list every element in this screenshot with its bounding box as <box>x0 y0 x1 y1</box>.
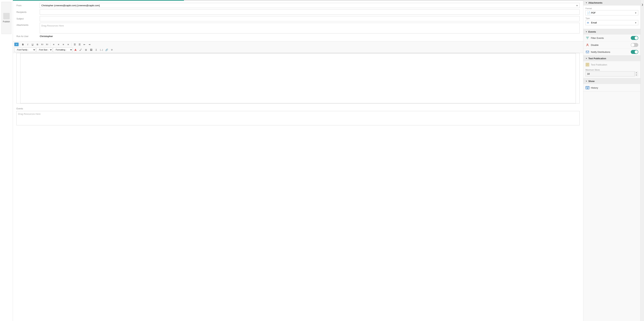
underline-button[interactable]: U <box>30 42 35 47</box>
from-row: From Christopher (creeves@zapbi.com) [cr… <box>16 3 580 8</box>
formatting-select[interactable]: - Formatting - <box>53 48 73 52</box>
collapse-handle-button[interactable]: ❯ <box>641 3 644 7</box>
email-icon: ✉ <box>587 21 589 24</box>
attachments-drop-area[interactable]: Drag Resources Here <box>40 23 580 34</box>
insert-table-button[interactable]: ⊞ <box>84 48 88 52</box>
align-left-button[interactable]: ≡ <box>51 42 56 47</box>
code-button[interactable]: {...} <box>99 48 104 52</box>
indent-decrease-button[interactable]: ⇤ <box>82 42 87 47</box>
disable-label: Disable <box>591 44 598 46</box>
publish-sidebar: Publish <box>0 0 13 321</box>
recipients-label: Recipients <box>16 11 40 14</box>
run-as-row: Run As User Christopher <box>16 35 580 38</box>
toolbar-format-group: ⊞ <box>14 43 18 46</box>
attachments-collapse-icon: ▼ <box>586 2 587 4</box>
publish-icon <box>3 13 10 19</box>
format-label: Format <box>586 7 638 10</box>
disable-toggle[interactable] <box>631 43 638 47</box>
events-section: Events Drag Resources Here <box>13 105 583 127</box>
notify-distributions-icon <box>586 50 590 54</box>
notify-distributions-row: Notify Distributions <box>583 49 640 56</box>
toolbar-text-format-group: B I U S X2 X2 <box>20 42 50 47</box>
publish-button[interactable]: Publish <box>2 2 12 34</box>
filter-events-left: Filter Events <box>586 36 604 40</box>
pdf-icon: 📄 <box>587 11 590 15</box>
ordered-list-button[interactable]: ☰ <box>77 42 82 47</box>
max-slices-up-button[interactable]: ▲ <box>634 71 638 74</box>
type-select[interactable]: Email <box>586 20 638 25</box>
recipients-input[interactable] <box>40 10 580 15</box>
right-panel: ▼ Attachments Format 📄 PDF ▼ Type ✉ Emai… <box>583 0 640 321</box>
format-select[interactable]: PDF <box>586 10 638 16</box>
subject-label: Subject <box>16 18 40 20</box>
events-label: Events <box>16 107 580 110</box>
toolbar-separator-1 <box>20 43 20 46</box>
attachments-section-header[interactable]: ▼ Attachments <box>583 0 640 6</box>
attachments-section-title: Attachments <box>588 2 602 4</box>
italic-button[interactable]: I <box>26 42 30 47</box>
font-family-select[interactable]: - Font Family - <box>14 48 36 52</box>
events-section-title: Events <box>588 31 596 33</box>
history-label: History <box>591 87 598 89</box>
subscript-button[interactable]: X2 <box>40 42 44 47</box>
from-label: From <box>16 4 40 7</box>
editor-toolbar: ⊞ B I U S X2 X2 ≡ ≡ ≡ ≡ ☰ ☰ ⇤ ⇥ - Font F <box>13 41 583 53</box>
unordered-list-button[interactable]: ☰ <box>72 42 77 47</box>
toolbar-list-group: ☰ ☰ ⇤ ⇥ <box>72 42 92 47</box>
table-icon[interactable]: ⊞ <box>14 43 18 46</box>
filter-events-toggle[interactable] <box>631 36 638 40</box>
notify-distributions-toggle[interactable] <box>631 50 638 54</box>
max-slices-input-wrapper: ▲ ▼ <box>586 71 638 77</box>
subject-row: Subject <box>16 16 580 21</box>
filter-events-icon <box>586 36 590 40</box>
link-button[interactable]: 🔗 <box>104 48 109 52</box>
insert-image-button[interactable]: 🖼 <box>89 48 94 52</box>
highlight-button[interactable]: 🖊 <box>78 48 83 52</box>
disable-icon <box>586 43 590 47</box>
disable-row: Disable <box>583 42 640 49</box>
filter-events-label: Filter Events <box>591 37 604 39</box>
events-drop-area[interactable]: Drag Resources Here <box>16 111 580 125</box>
test-pub-item-icon <box>586 63 590 67</box>
test-pub-item-label: Test Publication <box>591 63 607 66</box>
test-publication-section-header[interactable]: ▼ Test Publication <box>583 56 640 61</box>
superscript-button[interactable]: X2 <box>45 42 50 47</box>
show-collapse-icon: ▼ <box>586 80 587 82</box>
attachments-row: Attachments Drag Resources Here <box>16 23 580 34</box>
font-size-select[interactable]: - Font Size - <box>36 48 52 52</box>
clear-format-button[interactable]: ⊘ <box>110 48 114 52</box>
align-justify-button[interactable]: ≡ <box>66 42 70 47</box>
editor-container <box>16 53 580 104</box>
events-collapse-icon: ▼ <box>586 31 587 33</box>
show-panel-section: ▼ Show History <box>583 78 640 92</box>
type-label: Type <box>586 17 638 19</box>
events-section-header[interactable]: ▼ Events <box>583 29 640 35</box>
attachments-label: Attachments <box>16 23 40 26</box>
max-slices-down-button[interactable]: ▼ <box>634 74 638 77</box>
events-panel-section: ▼ Events Filter Events <box>583 29 640 56</box>
toolbar-separator-2 <box>50 43 50 46</box>
run-as-label: Run As User <box>16 35 40 38</box>
max-slices-input[interactable] <box>586 71 638 77</box>
subject-input[interactable] <box>40 16 580 21</box>
bold-button[interactable]: B <box>20 42 25 47</box>
align-right-button[interactable]: ≡ <box>61 42 66 47</box>
notify-distributions-left: Notify Distributions <box>586 50 610 54</box>
type-select-wrapper: ✉ Email ▼ <box>586 20 638 25</box>
show-section-header[interactable]: ▼ Show <box>583 78 640 84</box>
email-form: From Christopher (creeves@zapbi.com) [cr… <box>13 1 583 41</box>
indent-increase-button[interactable]: ⇥ <box>87 42 92 47</box>
svg-point-0 <box>587 44 588 45</box>
collapse-handle[interactable]: ❯ <box>640 0 644 321</box>
from-select[interactable]: Christopher (creeves@zapbi.com) [creeves… <box>40 3 580 8</box>
align-center-button[interactable]: ≡ <box>56 42 61 47</box>
font-color-button[interactable]: A <box>73 48 78 52</box>
editor-body[interactable] <box>20 53 576 103</box>
toolbar-row-2: - Font Family - - Font Size - - Formatti… <box>14 48 582 52</box>
publish-label: Publish <box>3 21 10 23</box>
test-publication-panel-section: ▼ Test Publication Test Publication Maxi… <box>583 56 640 78</box>
history-icon <box>586 86 590 90</box>
strikethrough-button[interactable]: S <box>35 42 40 47</box>
formula-button[interactable]: Σ <box>94 48 98 52</box>
attachments-panel-section: ▼ Attachments Format 📄 PDF ▼ Type ✉ Emai… <box>583 0 640 29</box>
